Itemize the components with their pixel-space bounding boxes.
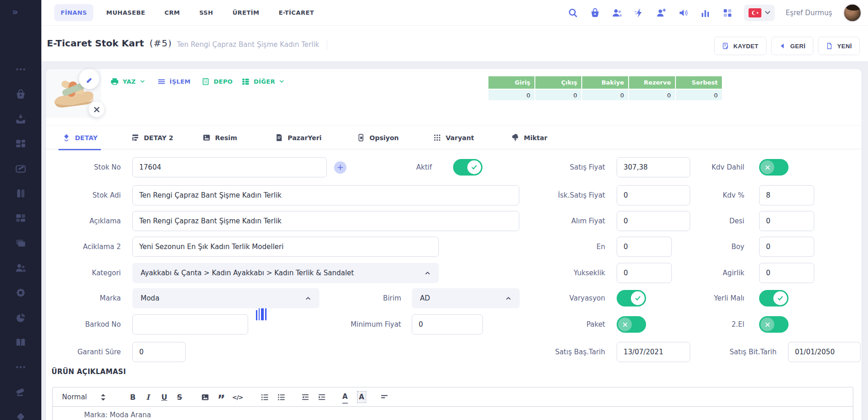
depo-menu[interactable]: DEPO <box>201 71 233 91</box>
left-sidebar: » <box>0 0 41 420</box>
image-remove-button[interactable] <box>89 102 104 117</box>
outdent-button[interactable] <box>301 387 310 407</box>
add-stock-button[interactable]: + <box>334 161 346 174</box>
aktif-toggle[interactable] <box>453 159 482 176</box>
apps-grid-icon[interactable] <box>722 7 733 18</box>
sidebar-expand-icon[interactable]: » <box>12 6 17 17</box>
nav-uretim[interactable]: ÜRETİM <box>226 4 266 21</box>
varyasyon-toggle[interactable] <box>617 290 646 306</box>
tab-detay[interactable]: DETAY <box>62 125 97 150</box>
col-giris: Giriş <box>488 76 535 89</box>
user-avatar[interactable] <box>843 4 862 22</box>
new-button[interactable]: YENİ <box>818 37 860 55</box>
nav-finans[interactable]: FİNANS <box>54 4 93 21</box>
inbox-download-icon[interactable] <box>15 113 27 125</box>
tab-detay2[interactable]: DETAY 2 <box>131 125 173 150</box>
gear-icon[interactable] <box>15 287 27 299</box>
indent-button[interactable] <box>318 387 326 407</box>
yukseklik-label: Yukseklik <box>524 263 605 283</box>
save-button[interactable]: KAYDET <box>714 37 766 55</box>
language-selector[interactable] <box>744 5 775 21</box>
tab-miktar[interactable]: Miktar <box>511 125 547 150</box>
agirlik-input[interactable] <box>759 263 814 283</box>
chevron-down-icon <box>279 79 284 84</box>
aciklama2-input[interactable] <box>132 237 439 257</box>
yerli-mali-toggle[interactable] <box>759 290 789 306</box>
tab-resim[interactable]: Resim <box>202 125 237 150</box>
eraser-icon[interactable] <box>15 386 27 398</box>
users-icon[interactable] <box>612 7 623 18</box>
barcode-icon[interactable] <box>256 308 268 320</box>
kdv-input[interactable] <box>759 185 814 205</box>
nav-muhasebe[interactable]: MUHASEBE <box>100 4 152 21</box>
x-icon <box>622 322 628 328</box>
add-user-icon[interactable] <box>656 7 667 18</box>
insert-image-button[interactable] <box>201 387 210 407</box>
align-left-icon <box>380 393 389 402</box>
minimum-fiyat-input[interactable] <box>412 314 483 335</box>
dashboard-grid-icon[interactable] <box>15 138 27 150</box>
print-menu[interactable]: YAZ <box>110 71 145 91</box>
tab-varyant[interactable]: Varyant <box>433 125 474 150</box>
underline-button[interactable]: U <box>161 387 167 407</box>
automation-flash-icon[interactable] <box>634 7 645 18</box>
code-button[interactable]: </> <box>232 387 243 407</box>
paragraph-style-select[interactable]: Normal <box>62 387 108 407</box>
bullet-list-button[interactable] <box>277 387 286 407</box>
dots-grid-icon <box>433 133 442 142</box>
islem-menu[interactable]: İŞLEM <box>157 71 191 91</box>
alim-fiyat-label: Alım Fiyat <box>524 211 605 231</box>
aciklama-input[interactable] <box>132 211 519 231</box>
back-button[interactable]: GERİ <box>771 37 813 55</box>
columns-icon[interactable] <box>15 187 27 199</box>
kategori-select[interactable]: Ayakkabı & Çanta > Kadın Ayakkabı > Kadı… <box>132 263 439 283</box>
copy-cards-icon[interactable] <box>15 237 27 249</box>
bold-button[interactable]: B <box>130 387 136 407</box>
kdv-label: Kdv % <box>662 185 744 205</box>
nav-ssh[interactable]: SSH <box>193 4 220 21</box>
chevron-down-icon <box>140 79 145 84</box>
tab-pazaryeri[interactable]: PazarYeri <box>275 125 322 150</box>
blockquote-button[interactable]: ” <box>217 387 225 407</box>
announcement-volume-icon[interactable] <box>678 7 689 18</box>
nav-eticaret[interactable]: E-TİCARET <box>272 4 320 21</box>
search-icon[interactable] <box>567 7 579 18</box>
basket-icon[interactable] <box>590 7 601 18</box>
kdv-dahil-toggle[interactable] <box>759 159 789 176</box>
satis-fiyat-label: Satış Fiyat <box>524 157 605 177</box>
align-button[interactable] <box>380 387 389 407</box>
diamond-icon[interactable] <box>15 411 27 420</box>
chevron-up-icon <box>425 270 431 276</box>
diger-menu[interactable]: DİĞER <box>241 71 284 91</box>
iki-el-toggle[interactable] <box>759 316 789 333</box>
stok-adi-input[interactable] <box>132 185 519 205</box>
paket-toggle[interactable] <box>617 316 646 333</box>
edit-square-icon[interactable] <box>15 163 27 175</box>
basket-icon[interactable] <box>15 88 27 100</box>
barkod-no-input[interactable] <box>132 314 248 335</box>
pie-chart-icon[interactable] <box>15 312 27 324</box>
satis-bit-tarih-input[interactable] <box>788 342 861 362</box>
italic-button[interactable]: I <box>146 387 149 407</box>
birim-select[interactable]: AD <box>412 288 520 308</box>
yerli-mali-label: Yerli Malı <box>662 288 744 308</box>
chevron-up-icon <box>505 295 511 301</box>
strikethrough-button[interactable]: S <box>177 387 182 407</box>
stok-no-input[interactable] <box>132 157 327 177</box>
bar-chart-icon[interactable] <box>700 7 711 18</box>
ordered-list-button[interactable] <box>261 387 269 407</box>
desi-input[interactable] <box>759 211 814 231</box>
users-icon[interactable] <box>15 262 27 274</box>
tab-opsiyon[interactable]: Opsiyon <box>357 125 399 150</box>
image-edit-button[interactable] <box>79 69 99 89</box>
layout-blocks-icon[interactable] <box>15 212 27 224</box>
editor-content[interactable]: Marka: Moda Arana <box>53 407 853 420</box>
nav-crm[interactable]: CRM <box>158 4 187 21</box>
rich-text-editor: Normal B I U S ” </> <box>52 387 853 420</box>
garanti-sure-input[interactable] <box>132 342 186 362</box>
boy-input[interactable] <box>759 237 814 257</box>
highlight-color-button[interactable]: A <box>357 391 366 403</box>
text-color-button[interactable]: A <box>342 390 348 404</box>
open-book-icon[interactable] <box>15 336 27 348</box>
marka-select[interactable]: Moda <box>132 288 319 308</box>
